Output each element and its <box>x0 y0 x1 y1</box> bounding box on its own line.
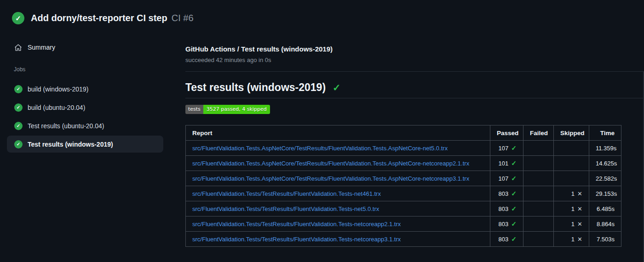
table-row: src/FluentValidation.Tests.AspNetCore/Te… <box>186 156 621 171</box>
skipped-count: 1 <box>571 236 575 243</box>
report-link[interactable]: src/FluentValidation.Tests/TestResults/F… <box>192 205 379 212</box>
report-link[interactable]: src/FluentValidation.Tests/TestResults/F… <box>192 221 401 228</box>
sidebar-item-summary[interactable]: Summary <box>14 43 55 51</box>
check-icon: ✓ <box>511 220 517 228</box>
check-icon: ✓ <box>333 82 341 93</box>
section-heading: Test results (windows-2019) ✓ <box>185 81 341 94</box>
cross-icon: ✕ <box>577 236 582 243</box>
passed-count: 101 <box>499 160 509 167</box>
run-header: ✓ Add dorny/test-reporter CI stepCI #6 <box>12 12 194 24</box>
skipped-count: 1 <box>571 221 575 228</box>
run-number: CI #6 <box>172 13 194 23</box>
check-run-status: succeeded 42 minutes ago in 0s <box>185 57 271 63</box>
column-header-skipped: Skipped <box>554 125 589 141</box>
passed-count: 107 <box>499 175 509 182</box>
table-row: src/FluentValidation.Tests/TestResults/F… <box>186 201 621 216</box>
section-heading-text: Test results (windows-2019) <box>185 81 326 94</box>
time-value: 29.153s <box>589 186 621 201</box>
table-row: src/FluentValidation.Tests/TestResults/F… <box>186 232 621 247</box>
checks-sidebar: Summary Jobs ✓ build (windows-2019) ✓ bu… <box>0 37 180 262</box>
report-link[interactable]: src/FluentValidation.Tests.AspNetCore/Te… <box>192 175 469 182</box>
time-value: 14.625s <box>589 156 621 171</box>
sidebar-job-test-results-ubuntu-2004[interactable]: ✓ Test results (ubuntu-20.04) <box>7 117 163 134</box>
success-check-circle-icon: ✓ <box>14 103 23 112</box>
divider <box>185 71 644 72</box>
column-header-report: Report <box>186 125 490 141</box>
table-row: src/FluentValidation.Tests.AspNetCore/Te… <box>186 171 621 186</box>
home-icon <box>14 43 22 51</box>
check-icon: ✓ <box>511 190 517 197</box>
badge-message: 3527 passed, 4 skipped <box>203 105 270 114</box>
cross-icon: ✕ <box>577 221 582 228</box>
cross-icon: ✕ <box>577 205 582 212</box>
passed-count: 803 <box>499 205 509 212</box>
table-row: src/FluentValidation.Tests/TestResults/F… <box>186 186 621 201</box>
passed-count: 107 <box>499 145 509 152</box>
report-link[interactable]: src/FluentValidation.Tests.AspNetCore/Te… <box>192 160 469 167</box>
check-icon: ✓ <box>511 144 517 152</box>
check-icon: ✓ <box>511 175 517 182</box>
table-row: src/FluentValidation.Tests.AspNetCore/Te… <box>186 141 621 156</box>
test-results-table: Report Passed Failed Skipped Time src/Fl… <box>185 125 621 247</box>
column-header-passed: Passed <box>490 125 523 141</box>
passed-count: 803 <box>499 236 509 243</box>
run-title: Add dorny/test-reporter CI step <box>31 13 167 23</box>
time-value: 6.485s <box>589 201 621 216</box>
cross-icon: ✕ <box>577 190 582 197</box>
job-label: Test results (windows-2019) <box>28 141 113 148</box>
passed-count: 803 <box>499 221 509 228</box>
time-value: 11.359s <box>589 141 621 156</box>
jobs-section-label: Jobs <box>14 66 25 73</box>
badge-label: tests <box>185 105 203 114</box>
report-link[interactable]: src/FluentValidation.Tests.AspNetCore/Te… <box>192 145 448 152</box>
summary-label: Summary <box>28 44 55 51</box>
success-check-circle-icon: ✓ <box>12 12 24 24</box>
sidebar-job-build-windows-2019[interactable]: ✓ build (windows-2019) <box>7 80 163 97</box>
check-run-title: GitHub Actions / Test results (windows-2… <box>185 45 333 53</box>
table-header-row: Report Passed Failed Skipped Time <box>186 125 621 141</box>
time-value: 7.503s <box>589 232 621 247</box>
skipped-count: 1 <box>571 205 575 212</box>
success-check-circle-icon: ✓ <box>14 85 23 93</box>
passed-count: 803 <box>499 190 509 197</box>
success-check-circle-icon: ✓ <box>14 140 23 148</box>
check-icon: ✓ <box>511 235 517 243</box>
job-label: build (ubuntu-20.04) <box>28 104 85 111</box>
check-run-panel: GitHub Actions / Test results (windows-2… <box>185 37 644 262</box>
job-label: build (windows-2019) <box>28 85 88 93</box>
column-header-failed: Failed <box>523 125 554 141</box>
job-label: Test results (ubuntu-20.04) <box>28 122 104 130</box>
table-row: src/FluentValidation.Tests/TestResults/F… <box>186 216 621 232</box>
time-value: 22.582s <box>589 171 621 186</box>
report-link[interactable]: src/FluentValidation.Tests/TestResults/F… <box>192 190 381 197</box>
report-link[interactable]: src/FluentValidation.Tests/TestResults/F… <box>192 236 401 243</box>
sidebar-job-test-results-windows-2019[interactable]: ✓ Test results (windows-2019) <box>7 136 163 153</box>
check-icon: ✓ <box>511 205 517 212</box>
skipped-count: 1 <box>571 190 575 197</box>
sidebar-job-build-ubuntu-2004[interactable]: ✓ build (ubuntu-20.04) <box>7 99 163 116</box>
column-header-time: Time <box>589 125 621 141</box>
time-value: 8.864s <box>589 216 621 232</box>
check-icon: ✓ <box>511 159 517 167</box>
divider <box>185 98 644 98</box>
tests-badge[interactable]: tests 3527 passed, 4 skipped <box>185 105 270 114</box>
success-check-circle-icon: ✓ <box>14 122 23 130</box>
